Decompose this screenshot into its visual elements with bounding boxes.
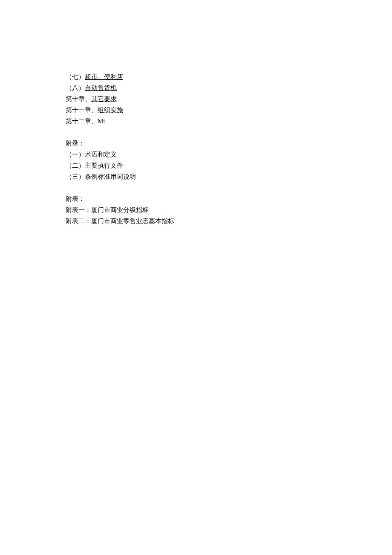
tables-item-2-text: 附表二：厦门市商业零售业态基本指标 [66, 218, 174, 224]
appendix-item-2: （二）主要执行文件 [66, 160, 392, 171]
toc-chapter-11-link[interactable]: 组织实施 [98, 107, 123, 113]
tables-title-text: 附表： [66, 195, 85, 202]
appendix-item-1-text: （一）术语和定义 [66, 151, 117, 158]
tables-item-1-text: 附表一：厦门市商业分级指标 [66, 206, 149, 213]
tables-item-1: 附表一：厦门市商业分级指标 [66, 204, 392, 215]
toc-chapter-11: 第十一章、组织实施 [66, 105, 392, 116]
toc-item-7-link[interactable]: 超市、便利店 [85, 73, 123, 80]
toc-chapter-12-text: 第十二章、Mi [66, 118, 105, 125]
toc-chapter-12: 第十二章、Mi [66, 116, 392, 127]
toc-chapter-10-prefix: 第十章、 [66, 96, 91, 102]
toc-item-7-prefix: （七） [66, 73, 85, 80]
appendix-title: 附录： [66, 138, 392, 149]
appendix-item-1: （一）术语和定义 [66, 149, 392, 160]
tables-title: 附表： [66, 193, 392, 204]
toc-item-8: （八）自动售货机 [66, 82, 392, 93]
toc-item-7: （七）超市、便利店 [66, 71, 392, 82]
appendix-item-3-text: （三）条例标准用词说明 [66, 173, 136, 180]
toc-item-8-link[interactable]: 自动售货机 [85, 84, 117, 91]
toc-chapter-11-prefix: 第十一章、 [66, 107, 98, 113]
appendix-item-2-text: （二）主要执行文件 [66, 162, 123, 169]
toc-item-8-prefix: （八） [66, 84, 85, 91]
toc-chapter-10: 第十章、其它要求 [66, 93, 392, 105]
tables-item-2: 附表二：厦门市商业零售业态基本指标 [66, 215, 392, 227]
toc-chapter-10-link[interactable]: 其它要求 [91, 96, 117, 102]
appendix-item-3: （三）条例标准用词说明 [66, 171, 392, 182]
appendix-title-text: 附录： [66, 140, 85, 147]
